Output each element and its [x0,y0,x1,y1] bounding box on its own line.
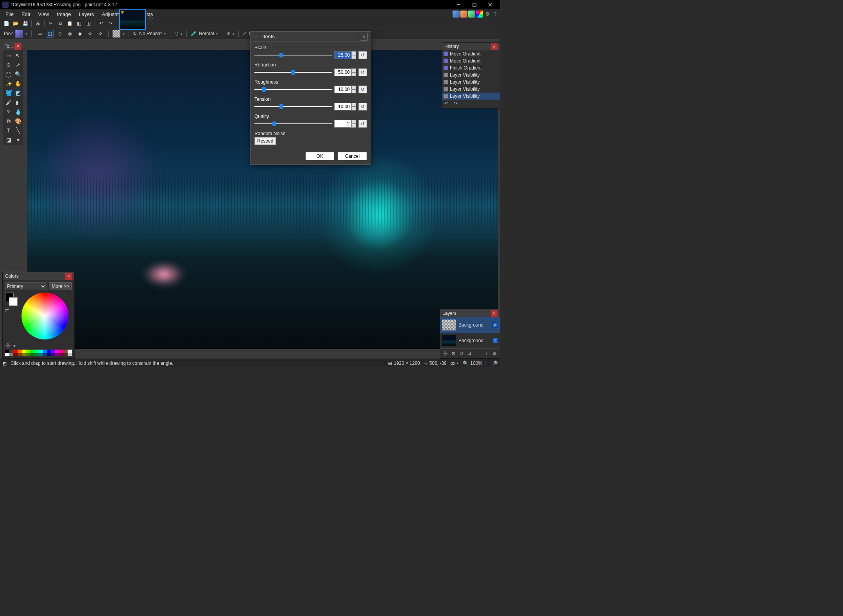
spin-up[interactable]: ▲ [351,68,356,72]
reset-button[interactable]: ↺ [358,86,367,93]
history-undo-button[interactable]: ↶ [444,101,451,107]
palette-swatch[interactable] [18,353,22,356]
palette-swatch[interactable] [43,353,47,356]
misc-dropdown[interactable] [233,31,234,36]
history-item[interactable]: Move Gradient [442,57,500,64]
spin-up[interactable]: ▲ [351,120,356,124]
dialog-titlebar[interactable]: 〰 Dents × [251,32,371,42]
param-value-input[interactable] [334,120,351,128]
primary-secondary-select[interactable]: Primary [5,282,47,290]
palette-swatch[interactable] [59,350,64,353]
param-slider[interactable] [254,69,332,76]
palette-swatch[interactable] [22,353,26,356]
redo-button[interactable]: ↷ [107,20,115,27]
layer-row[interactable]: Background ✓ [440,333,500,348]
palette-swatch[interactable] [68,350,72,353]
cancel-button[interactable]: Cancel [338,152,367,161]
menu-image[interactable]: Image [53,9,75,19]
param-value-input[interactable] [334,51,351,59]
rectangle-select-tool[interactable]: ▭ [4,51,13,60]
save-button[interactable]: 💾 [21,20,29,27]
palette-swatch[interactable] [22,350,26,353]
paste-button[interactable]: 📋 [66,20,73,27]
param-slider[interactable] [254,86,332,93]
transparency-mode-icon[interactable] [113,30,120,37]
history-item[interactable]: Layer Visibility [442,71,500,79]
palette-swatch[interactable] [9,350,14,353]
repeat-mode[interactable]: No Repeat [139,31,161,36]
crop-button[interactable]: ◧ [75,20,83,27]
palette-swatch[interactable] [68,353,72,356]
new-button[interactable]: 📄 [2,20,10,27]
layer-visibility-checkbox[interactable]: ✓ [492,322,498,328]
layer-row[interactable]: Background ✓ [440,317,500,333]
reset-button[interactable]: ↺ [358,51,367,59]
gradient-linear-icon[interactable]: ▭ [36,30,43,37]
dialog-close-button[interactable]: × [360,33,368,41]
palette-swatch[interactable] [9,353,14,356]
copy-button[interactable]: ⧉ [56,20,64,27]
spin-down[interactable]: ▼ [351,72,356,76]
color-picker-tool[interactable]: 💧 [14,107,22,116]
active-tool-swatch[interactable] [15,30,23,37]
palette-swatch[interactable] [34,353,39,356]
palette-swatch[interactable] [64,350,68,353]
palette-menu-button[interactable]: ▾ [13,343,16,348]
tools-panel-header[interactable]: To... × [3,42,23,50]
history-window-icon[interactable] [460,11,467,18]
menu-edit[interactable]: Edit [18,9,34,19]
layers-panel-close[interactable]: × [491,310,498,317]
shapes-dropdown[interactable]: ▾ [14,136,22,144]
text-tool[interactable]: T [4,126,13,135]
move-down-button[interactable]: ↓ [483,350,490,357]
menu-layers[interactable]: Layers [75,9,98,19]
print-button[interactable]: 🖨 [34,20,42,27]
minimize-button[interactable] [451,0,467,9]
history-redo-button[interactable]: ↷ [454,101,461,107]
zoom-fit-button[interactable]: ⛶ [484,360,490,366]
palette-swatch[interactable] [39,350,43,353]
layers-window-icon[interactable] [468,11,475,18]
blend-mode[interactable]: Normal [199,31,214,36]
maximize-button[interactable] [467,0,482,9]
gradient-spiral-ccw-icon[interactable]: ꩜ [97,30,104,37]
param-value-input[interactable] [334,103,351,111]
magic-wand-tool[interactable]: ✨ [4,79,13,88]
layer-visibility-checkbox[interactable]: ✓ [492,338,498,343]
secondary-color-swatch[interactable] [9,297,18,306]
history-item[interactable]: Layer Visibility [442,86,500,93]
merge-down-button[interactable]: ⇊ [466,350,473,357]
move-selection-tool[interactable]: ↗ [14,61,22,69]
zoom-in-button[interactable]: 🔎 [492,360,498,366]
palette-swatch[interactable] [34,350,39,353]
menu-file[interactable]: File [2,9,18,19]
palette-swatch[interactable] [18,350,22,353]
history-panel-header[interactable]: History × [442,43,500,50]
clone-stamp-tool[interactable]: ⧉ [4,117,13,125]
spin-up[interactable]: ▲ [351,86,356,89]
paintbrush-tool[interactable]: 🖌 [4,98,13,107]
swap-colors-button[interactable]: ⇄ [5,307,18,313]
palette-swatch[interactable] [59,353,64,356]
colors-window-icon[interactable] [476,11,483,18]
pan-tool[interactable]: ✋ [14,79,22,88]
gradient-tool[interactable]: ◩ [14,89,22,97]
param-slider[interactable] [254,103,332,110]
history-item[interactable]: Finish Gradient [442,64,500,71]
gradient-diamond-icon[interactable]: ◇ [56,30,64,37]
history-item[interactable]: Layer Visibility [442,79,500,86]
transparency-dropdown[interactable] [123,31,125,36]
palette-swatch[interactable] [51,350,55,353]
blend-dropdown[interactable] [216,31,218,36]
document-thumbnail[interactable]: ✱ [119,9,146,30]
settings-icon[interactable]: ⚙ [484,11,491,18]
palette-swatch[interactable] [43,350,47,353]
param-slider[interactable] [254,52,332,59]
palette-swatch[interactable] [30,353,34,356]
zoom-out-button[interactable]: 🔍 [462,360,469,366]
pin-icon[interactable]: 🛡 [149,15,155,21]
color-wheel[interactable] [21,293,68,339]
spin-down[interactable]: ▼ [351,107,356,111]
palette-swatch[interactable] [5,350,9,353]
paint-bucket-tool[interactable]: 🪣 [4,89,13,97]
